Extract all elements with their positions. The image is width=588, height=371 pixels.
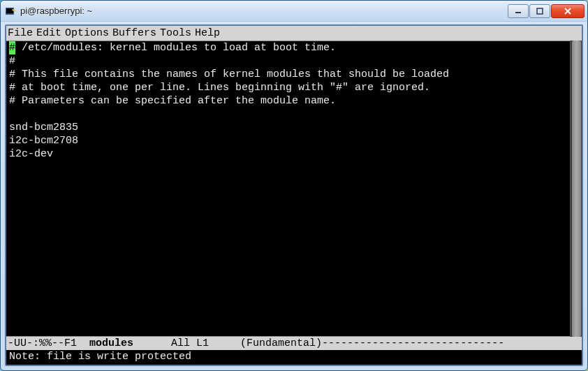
menu-buffers[interactable]: Buffers bbox=[112, 27, 160, 40]
terminal-window: pi@raspberrypi: ~ File Edit Options Buff… bbox=[0, 0, 588, 371]
window-title: pi@raspberrypi: ~ bbox=[20, 6, 508, 16]
putty-icon bbox=[5, 6, 16, 17]
menu-tools[interactable]: Tools bbox=[160, 27, 195, 40]
mode-line: -UU-:%%--F1 modules All L1 (Fundamental)… bbox=[6, 336, 582, 350]
emacs-menu-bar: File Edit Options Buffers Tools Help bbox=[6, 26, 582, 41]
window-controls bbox=[508, 4, 585, 18]
svg-rect-1 bbox=[6, 8, 13, 13]
cursor: # bbox=[9, 41, 15, 54]
svg-rect-4 bbox=[537, 8, 543, 14]
menu-edit[interactable]: Edit bbox=[36, 27, 65, 40]
menu-options[interactable]: Options bbox=[65, 27, 112, 40]
maximize-button[interactable] bbox=[529, 4, 550, 18]
minibuffer[interactable]: Note: file is write protected bbox=[6, 350, 582, 365]
vertical-scrollbar[interactable] bbox=[570, 41, 582, 337]
titlebar[interactable]: pi@raspberrypi: ~ bbox=[1, 1, 587, 22]
modeline-dashes: ----------------------------- bbox=[322, 337, 504, 349]
close-button[interactable] bbox=[551, 4, 585, 18]
menu-help[interactable]: Help bbox=[195, 27, 223, 40]
emacs-editor: File Edit Options Buffers Tools Help # /… bbox=[6, 26, 582, 365]
minibuffer-text: Note: file is write protected bbox=[9, 351, 191, 363]
modeline-position: All L1 (Fundamental) bbox=[133, 337, 322, 349]
buffer-text: /etc/modules: kernel modules to load at … bbox=[9, 42, 449, 160]
modeline-buffer-name: modules bbox=[89, 337, 133, 349]
terminal-content: File Edit Options Buffers Tools Help # /… bbox=[5, 24, 583, 366]
svg-rect-3 bbox=[515, 12, 521, 13]
minimize-button[interactable] bbox=[508, 4, 529, 18]
editor-text-area[interactable]: # /etc/modules: kernel modules to load a… bbox=[6, 41, 582, 336]
scrollbar-thumb[interactable] bbox=[572, 41, 581, 337]
modeline-status: -UU-:%%--F1 bbox=[8, 337, 89, 349]
menu-file[interactable]: File bbox=[8, 27, 36, 40]
